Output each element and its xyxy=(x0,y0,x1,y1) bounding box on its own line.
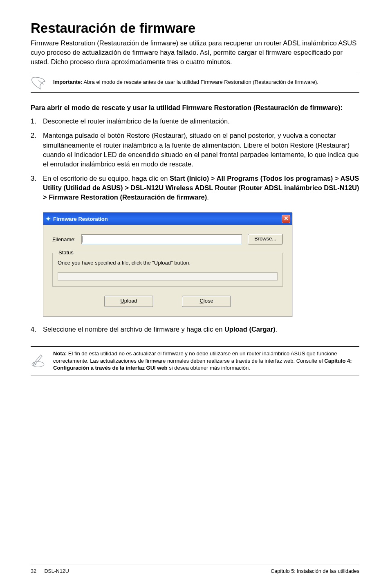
filename-label: Filename: xyxy=(52,236,76,242)
step-3: En el escritorio de su equipo, haga clic… xyxy=(31,174,359,202)
important-note-text: Importante: Abra el modo de rescate ante… xyxy=(53,79,359,86)
footer-chapter: Capítulo 5: Instalación de las utilidade… xyxy=(271,568,359,574)
filename-input[interactable] xyxy=(81,234,242,244)
page-footer: 32 DSL-N12U Capítulo 5: Instalación de l… xyxy=(31,565,359,574)
procedure-heading: Para abrir el modo de rescate y usar la … xyxy=(31,103,359,112)
intro-paragraph: Firmware Restoration (Restauración de fi… xyxy=(31,38,359,67)
steps-list-cont: Seleccione el nombre del archivo de firm… xyxy=(31,325,359,334)
dialog-title: Firmware Restoration xyxy=(53,216,108,222)
footer-model: DSL-N12U xyxy=(44,568,69,574)
status-text: Once you have specified a file, click th… xyxy=(58,260,278,266)
status-legend: Status xyxy=(57,249,75,256)
step-4: Seleccione el nombre del archivo de firm… xyxy=(31,325,359,334)
important-note-box: Importante: Abra el modo de rescate ante… xyxy=(31,75,359,93)
dialog-titlebar: ✦ Firmware Restoration ✕ xyxy=(43,213,292,225)
upload-button[interactable]: Upload xyxy=(104,296,153,307)
status-fieldset: Status Once you have specified a file, c… xyxy=(52,253,283,287)
firmware-restoration-dialog: ✦ Firmware Restoration ✕ Filename: Brows… xyxy=(43,212,292,316)
page-title: Restauración de firmware xyxy=(31,20,359,36)
step-1: Desconecte el router inalámbrico de la f… xyxy=(31,117,359,126)
page-number: 32 xyxy=(31,568,36,574)
close-icon[interactable]: ✕ xyxy=(282,215,290,223)
close-button[interactable]: Close xyxy=(182,296,231,307)
steps-list: Desconecte el router inalámbrico de la f… xyxy=(31,117,359,202)
note-text: Nota: El fin de esta utilidad no es actu… xyxy=(53,350,359,372)
pencil-icon xyxy=(31,353,45,369)
note-box: Nota: El fin de esta utilidad no es actu… xyxy=(31,346,359,375)
text-caret xyxy=(83,236,83,242)
hand-icon xyxy=(31,76,46,92)
browse-button[interactable]: Browse... xyxy=(248,234,283,245)
progress-bar xyxy=(58,272,278,281)
firmware-icon: ✦ xyxy=(46,215,51,222)
step-2: Mantenga pulsado el botón Restore (Resta… xyxy=(31,131,359,168)
